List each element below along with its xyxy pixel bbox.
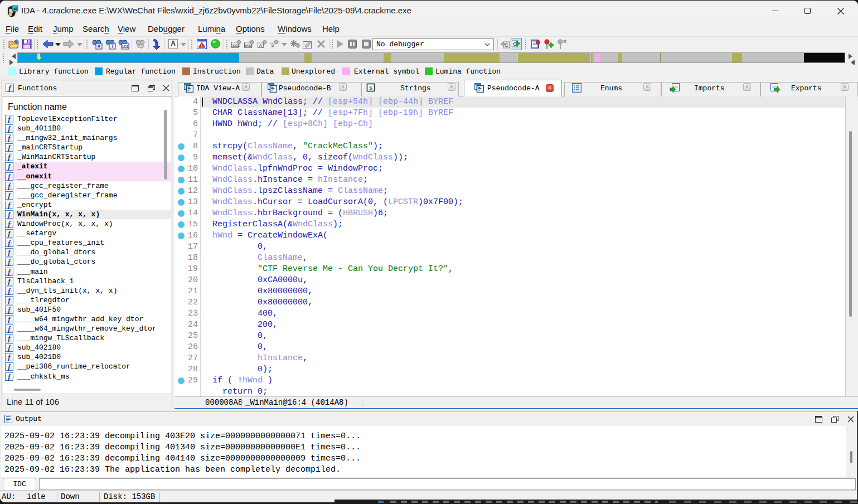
svg-text:‘s: ‘s bbox=[270, 42, 274, 48]
svg-text:s: s bbox=[369, 85, 373, 91]
svg-text:DATA: DATA bbox=[244, 44, 253, 47]
svg-text:T: T bbox=[111, 43, 114, 49]
svg-text:CODE: CODE bbox=[231, 44, 240, 47]
svg-text:101: 101 bbox=[122, 44, 129, 49]
svg-text:#: # bbox=[98, 43, 100, 49]
svg-text:A: A bbox=[259, 43, 263, 48]
